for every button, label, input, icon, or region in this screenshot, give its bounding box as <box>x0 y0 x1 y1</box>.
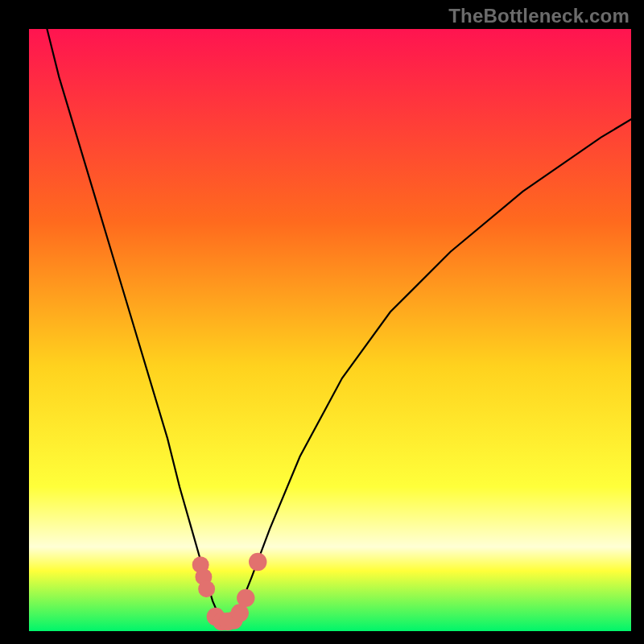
plot-area <box>29 29 631 631</box>
data-marker <box>198 580 215 597</box>
bottleneck-chart <box>29 29 631 631</box>
data-marker <box>249 553 266 571</box>
outer-frame: TheBottleneck.com <box>0 0 644 644</box>
watermark-text: TheBottleneck.com <box>448 5 630 27</box>
data-marker <box>237 589 254 607</box>
gradient-background <box>29 29 631 631</box>
